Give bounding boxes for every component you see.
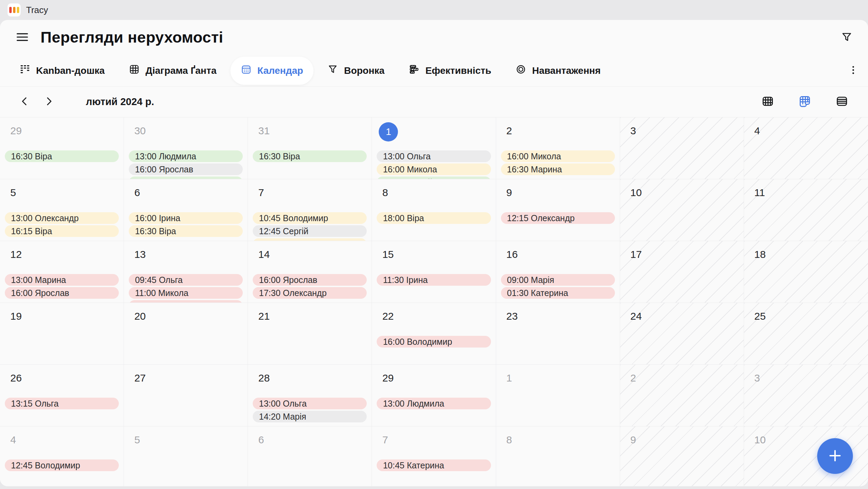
day-cell-7[interactable]: 710:45 Володимир12:45 Сергій16:30 Віра — [248, 179, 372, 241]
day-cell-4[interactable]: 412:45 Володимир — [0, 427, 124, 486]
day-cell-18[interactable]: 18 — [744, 241, 868, 303]
tab-label: Ефективність — [425, 65, 491, 76]
day-cell-5[interactable]: 513:00 Олександр16:15 Віра — [0, 179, 124, 241]
event-pill[interactable]: 01:30 Катерина — [501, 287, 615, 299]
event-pill[interactable]: 12:45 Сергій — [253, 225, 367, 237]
hamburger-menu-button[interactable] — [15, 30, 30, 45]
day-cell-2[interactable]: 216:00 Микола16:30 Марина — [496, 117, 620, 179]
event-pill[interactable]: 12:45 Володимир — [5, 459, 119, 471]
day-cell-8[interactable]: 818:00 Віра — [372, 179, 496, 241]
day-cell-17[interactable]: 17 — [620, 241, 744, 303]
day-cell-8[interactable]: 8 — [496, 427, 620, 486]
day-cell-6[interactable]: 6 — [248, 427, 372, 486]
add-event-button[interactable] — [817, 438, 853, 474]
event-pill[interactable]: 09:00 Марія — [501, 274, 615, 286]
multi-week-view-button[interactable] — [794, 91, 816, 113]
day-cell-12[interactable]: 1213:00 Марина16:00 Ярослав — [0, 241, 124, 303]
event-pill[interactable]: 16:00 Ярослав — [129, 163, 243, 175]
day-cell-2[interactable]: 2 — [620, 365, 744, 427]
event-pill[interactable]: 16:00 Ярослав — [5, 287, 119, 299]
event-pill[interactable]: 11:30 Ірина — [377, 274, 491, 286]
event-pill[interactable]: 13:00 Ольга — [253, 398, 367, 409]
day-cell-9[interactable]: 912:15 Олександр — [496, 179, 620, 241]
day-events — [501, 459, 615, 486]
day-cell-29[interactable]: 2913:00 Людмила — [372, 365, 496, 427]
day-cell-23[interactable]: 23 — [496, 303, 620, 365]
day-cell-5[interactable]: 5 — [124, 427, 248, 486]
day-cell-14[interactable]: 1416:00 Ярослав17:30 Олександр — [248, 241, 372, 303]
event-pill[interactable]: 13:15 Ольга — [5, 398, 119, 409]
day-cell-22[interactable]: 2216:00 Володимир — [372, 303, 496, 365]
day-cell-7[interactable]: 710:45 Катерина — [372, 427, 496, 486]
day-cell-20[interactable]: 20 — [124, 303, 248, 365]
day-cell-15[interactable]: 1511:30 Ірина — [372, 241, 496, 303]
day-cell-21[interactable]: 21 — [248, 303, 372, 365]
day-cell-19[interactable]: 19 — [0, 303, 124, 365]
event-pill[interactable]: 16:00 Микола — [501, 150, 615, 162]
more-options-button[interactable] — [847, 64, 859, 77]
event-pill[interactable]: 16:30 Віра — [5, 150, 119, 162]
event-pill[interactable]: 17:30 Катерина — [129, 300, 243, 303]
event-pill[interactable]: 16:30 Віра — [253, 150, 367, 162]
day-cell-24[interactable]: 24 — [620, 303, 744, 365]
tab-funnel[interactable]: Воронка — [317, 57, 395, 85]
event-pill[interactable]: 16:30 Віра — [129, 225, 243, 237]
tab-workload[interactable]: Навантаження — [505, 57, 611, 85]
event-pill[interactable]: 17:30 Олександр — [253, 287, 367, 299]
next-month-button[interactable] — [39, 92, 58, 112]
event-pill[interactable]: 16:30 Віра — [253, 238, 367, 241]
day-cell-13[interactable]: 1309:45 Ольга11:00 Микола17:30 Катерина — [124, 241, 248, 303]
event-pill[interactable]: 18:00 Віра — [377, 212, 491, 224]
day-cell-6[interactable]: 616:00 Ірина16:30 Віра — [124, 179, 248, 241]
day-number: 1 — [506, 372, 512, 384]
event-pill[interactable]: 16:30 Олександр — [129, 177, 243, 179]
event-pill[interactable]: 13:00 Людмила — [377, 398, 491, 409]
tab-efficiency[interactable]: Ефективність — [398, 57, 502, 85]
event-pill[interactable]: 16:00 Ярослав — [253, 274, 367, 286]
day-events: 10:45 Катерина — [377, 459, 491, 486]
event-pill[interactable]: 16:00 Микола — [377, 163, 491, 175]
event-pill[interactable]: 11:00 Микола — [129, 287, 243, 299]
tab-gantt-chart[interactable]: Діаграма Ґанта — [118, 57, 227, 85]
event-pill[interactable]: 16:00 Володимир — [377, 336, 491, 348]
day-cell-26[interactable]: 2613:15 Ольга — [0, 365, 124, 427]
tab-calendar[interactable]: Календар — [230, 57, 313, 85]
event-pill[interactable]: 16:30 Сергій — [377, 177, 491, 179]
day-events: 18:00 Віра — [377, 212, 491, 241]
day-events — [625, 274, 739, 303]
day-cell-3[interactable]: 3 — [620, 117, 744, 179]
event-pill[interactable]: 10:45 Володимир — [253, 212, 367, 224]
day-cell-25[interactable]: 25 — [744, 303, 868, 365]
event-pill[interactable]: 12:15 Олександр — [501, 212, 615, 224]
event-pill[interactable]: 16:15 Віра — [5, 225, 119, 237]
day-number: 27 — [134, 372, 146, 384]
day-cell-3[interactable]: 3 — [744, 365, 868, 427]
event-pill[interactable]: 13:00 Марина — [5, 274, 119, 286]
event-pill[interactable]: 13:00 Людмила — [129, 150, 243, 162]
day-cell-31[interactable]: 3116:30 Віра — [248, 117, 372, 179]
filter-button[interactable] — [841, 31, 853, 44]
list-view-button[interactable] — [831, 91, 853, 113]
day-cell-1[interactable]: 1 — [496, 365, 620, 427]
event-pill[interactable]: 14:20 Марія — [253, 411, 367, 422]
day-cell-27[interactable]: 27 — [124, 365, 248, 427]
event-pill[interactable]: 13:00 Олександр — [5, 212, 119, 224]
day-cell-16[interactable]: 1609:00 Марія01:30 Катерина — [496, 241, 620, 303]
event-pill[interactable]: 09:45 Ольга — [129, 274, 243, 286]
event-pill[interactable]: 10:45 Катерина — [377, 459, 491, 471]
tab-kanban-board[interactable]: Kanban-дошка — [9, 57, 115, 85]
day-cell-11[interactable]: 11 — [744, 179, 868, 241]
day-cell-1[interactable]: 113:00 Ольга16:00 Микола16:30 Сергій — [372, 117, 496, 179]
day-cell-30[interactable]: 3013:00 Людмила16:00 Ярослав16:30 Олекса… — [124, 117, 248, 179]
day-cell-29[interactable]: 2916:30 Віра — [0, 117, 124, 179]
day-cell-28[interactable]: 2813:00 Ольга14:20 Марія — [248, 365, 372, 427]
day-cell-4[interactable]: 4 — [744, 117, 868, 179]
prev-month-button[interactable] — [15, 92, 34, 112]
event-pill[interactable]: 13:00 Ольга — [377, 150, 491, 162]
day-number: 3 — [630, 125, 636, 137]
day-cell-10[interactable]: 10 — [620, 179, 744, 241]
event-pill[interactable]: 16:30 Марина — [501, 163, 615, 175]
month-grid-view-button[interactable] — [757, 91, 779, 113]
event-pill[interactable]: 16:00 Ірина — [129, 212, 243, 224]
day-cell-9[interactable]: 9 — [620, 427, 744, 486]
